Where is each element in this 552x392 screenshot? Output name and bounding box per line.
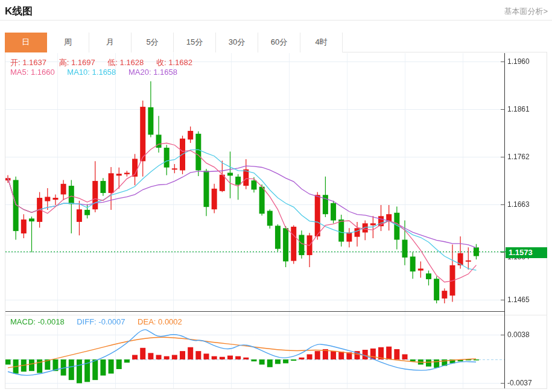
page-title: K线图 bbox=[5, 4, 33, 18]
tab-bar-filler bbox=[343, 33, 547, 52]
diff-label: DIFF: bbox=[77, 317, 97, 326]
ma5-label: MA5: bbox=[10, 68, 28, 77]
y-axis-label: 1.1861 bbox=[507, 105, 530, 113]
tab-week[interactable]: 周 bbox=[47, 33, 89, 52]
interval-tab-bar: 日 周 月 5分 15分 30分 60分 4时 bbox=[5, 33, 547, 52]
ma20-label: MA20: bbox=[128, 68, 151, 77]
macd-legend: MACD: -0.0018 DIFF: -0.0007 DEA: 0.0002 bbox=[10, 317, 192, 326]
high-label: 高: bbox=[59, 58, 69, 67]
current-price-tag: 1.1573 bbox=[506, 247, 547, 258]
macd-value: -0.0018 bbox=[38, 317, 65, 326]
tab-30min[interactable]: 30分 bbox=[216, 33, 258, 52]
dea-label: DEA: bbox=[138, 317, 156, 326]
tab-60min[interactable]: 60分 bbox=[258, 33, 300, 52]
header-divider bbox=[0, 20, 552, 21]
tab-15min[interactable]: 15分 bbox=[174, 33, 216, 52]
y-axis-label: 1.1465 bbox=[507, 296, 530, 304]
diff-value: -0.0007 bbox=[98, 317, 125, 326]
ma10-label: MA10: bbox=[67, 68, 90, 77]
y-axis-label: 1.1960 bbox=[507, 57, 530, 66]
high-value: 1.1697 bbox=[71, 58, 95, 67]
fundamental-analysis-link[interactable]: 基本面分析> bbox=[504, 6, 548, 17]
macd-y-axis-label: 0.0038 bbox=[507, 330, 530, 339]
ma10-value: 1.1658 bbox=[92, 68, 116, 77]
macd-label: MACD: bbox=[10, 317, 36, 326]
ohlc-legend: 开: 1.1637 高: 1.1697 低: 1.1628 收: 1.1682 bbox=[10, 57, 203, 68]
open-value: 1.1637 bbox=[22, 58, 46, 67]
close-label: 收: bbox=[156, 58, 167, 67]
tab-month[interactable]: 月 bbox=[89, 33, 132, 52]
tab-day[interactable]: 日 bbox=[5, 33, 47, 52]
ma5-value: 1.1660 bbox=[31, 68, 55, 77]
ma20-value: 1.1658 bbox=[153, 68, 177, 77]
y-axis-label: 1.1762 bbox=[507, 153, 530, 161]
kline-page: K线图 基本面分析> 日 周 月 5分 15分 30分 60分 4时 开: 1.… bbox=[0, 0, 552, 392]
tab-5min[interactable]: 5分 bbox=[132, 33, 174, 52]
y-axis-label: 1.1663 bbox=[507, 200, 530, 209]
low-label: 低: bbox=[107, 58, 118, 67]
tab-4hour[interactable]: 4时 bbox=[300, 33, 343, 52]
ma-legend: MA5: 1.1660 MA10: 1.1658 MA20: 1.1658 bbox=[10, 68, 188, 77]
chart-container bbox=[5, 33, 547, 389]
open-label: 开: bbox=[10, 58, 21, 67]
dea-value: 0.0002 bbox=[158, 317, 182, 326]
close-value: 1.1682 bbox=[168, 58, 192, 67]
low-value: 1.1628 bbox=[120, 58, 144, 67]
macd-y-axis-label: -0.0037 bbox=[507, 379, 532, 387]
